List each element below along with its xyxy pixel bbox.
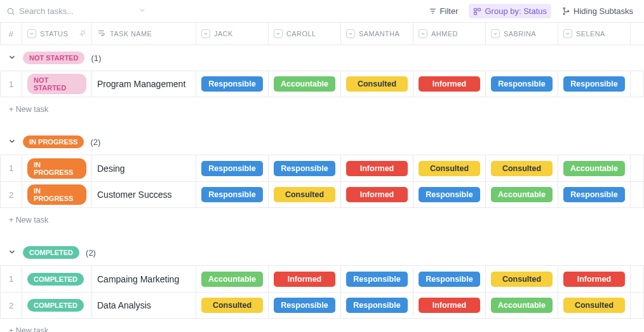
cell-raci[interactable]: Accountable [485,182,558,207]
cell-raci[interactable]: Accountable [558,155,630,181]
raci-pill: Consulted [491,161,553,176]
cell-raci[interactable]: Informed [413,293,485,318]
cell-raci[interactable]: Responsible [196,71,268,97]
group-header[interactable]: IN PROGRESS(2) [0,129,644,155]
group-toggle[interactable] [8,247,17,258]
new-task-button[interactable]: + New task [0,208,644,232]
raci-pill: Responsible [346,298,408,313]
raci-pill: Consulted [274,187,335,202]
col-header-person-label: SAMANTHA [359,30,399,38]
row-number: 2 [0,182,22,207]
cell-raci[interactable]: Accountable [268,71,340,97]
branch-icon [562,7,570,15]
raci-pill: Responsible [491,76,553,92]
table-row[interactable]: 1IN PROGRESSDesingResponsibleResponsible… [0,155,644,181]
col-header-person[interactable]: CAROLL [268,23,340,45]
svg-line-1 [13,13,15,15]
cell-raci[interactable]: Responsible [558,71,630,97]
cell-raci[interactable]: Responsible [413,266,485,292]
cell-task-name[interactable]: Customer Success [91,182,196,207]
cell-raci[interactable]: Informed [340,155,413,181]
cell-task-name[interactable]: Program Management [91,71,196,97]
cell-raci[interactable]: Informed [340,182,413,207]
raci-pill: Responsible [563,187,625,202]
cell-raci[interactable]: Consulted [485,266,558,292]
search-input[interactable] [19,6,114,16]
raci-pill: Accountable [201,272,263,287]
group-by-button[interactable]: Group by: Status [469,4,551,18]
raci-pill: Responsible [274,298,335,313]
group-count: (2) [90,137,100,147]
search-wrap [6,6,146,16]
table-row[interactable]: 2IN PROGRESSCustomer SuccessResponsibleC… [0,181,644,208]
raci-pill: Accountable [274,76,335,92]
chevron-down-icon [8,137,17,146]
cell-raci[interactable]: Responsible [268,293,340,318]
cell-raci[interactable]: Consulted [413,155,485,181]
table-row[interactable]: 1NOT STARTEDProgram ManagementResponsibl… [0,71,644,97]
cell-raci[interactable]: Accountable [196,266,268,292]
row-number: 1 [0,266,22,292]
cell-status[interactable]: COMPLETED [22,266,91,292]
cell-raci[interactable]: Responsible [485,71,558,97]
cell-raci[interactable]: Informed [558,266,630,292]
group-status-pill: NOT STARTED [23,52,84,64]
svg-point-8 [563,8,565,9]
cell-raci[interactable]: Responsible [196,182,268,207]
col-header-person[interactable]: SELENA [558,23,630,45]
raci-pill: Responsible [274,161,335,176]
col-header-person[interactable]: JACK [196,23,268,45]
cell-status[interactable]: NOT STARTED [22,71,91,97]
col-header-person[interactable]: AHMED [413,23,485,45]
cell-raci[interactable]: Consulted [485,155,558,181]
filter-label: Filter [440,6,459,16]
cell-status[interactable]: IN PROGRESS [22,182,91,207]
status-badge: IN PROGRESS [27,158,86,179]
raci-pill: Responsible [419,187,480,202]
group-header[interactable]: NOT STARTED(1) [0,45,644,71]
cell-raci[interactable]: Responsible [558,182,630,207]
raci-pill: Informed [346,187,408,202]
new-task-button[interactable]: + New task [0,319,644,332]
cell-raci[interactable]: Responsible [268,155,340,181]
cell-raci[interactable]: Accountable [485,293,558,318]
cell-raci[interactable]: Responsible [340,293,413,318]
cell-raci[interactable]: Informed [268,266,340,292]
cell-raci[interactable]: Responsible [413,182,485,207]
group-count: (1) [91,53,101,63]
cell-task-name[interactable]: Desing [91,155,196,181]
new-task-button[interactable]: + New task [0,97,644,121]
cell-raci[interactable]: Responsible [196,155,268,181]
raci-pill: Consulted [346,76,408,92]
status-badge: COMPLETED [27,273,84,286]
group-toggle[interactable] [8,53,17,64]
cell-raci[interactable]: Informed [413,71,485,97]
raci-pill: Accountable [491,298,553,313]
cell-status[interactable]: COMPLETED [22,293,91,318]
row-number: 2 [0,293,22,318]
col-header-status[interactable]: STATUS [22,23,91,45]
cell-raci[interactable]: Consulted [558,293,630,318]
table-row[interactable]: 1COMPLETEDCampaing MarketingAccountableI… [0,265,644,292]
cell-task-name[interactable]: Data Analysis [91,293,196,318]
cell-raci[interactable]: Responsible [340,266,413,292]
cell-task-name[interactable]: Campaing Marketing [91,266,196,292]
raci-pill: Consulted [419,161,480,176]
cell-raci[interactable]: Consulted [196,293,268,318]
filter-button[interactable]: Filter [424,4,463,18]
hiding-subtasks-button[interactable]: Hiding Subtasks [558,4,638,18]
group-by-label: Group by: Status [485,6,547,16]
table-row[interactable]: 2COMPLETEDData AnalysisConsultedResponsi… [0,292,644,319]
raci-pill: Responsible [201,187,263,202]
cell-raci[interactable]: Consulted [268,182,340,207]
cell-raci[interactable]: Consulted [340,71,413,97]
col-header-taskname[interactable]: TASK NAME [91,23,196,45]
cell-status[interactable]: IN PROGRESS [22,155,91,181]
col-header-end [630,23,644,45]
group-header[interactable]: COMPLETED(2) [0,240,644,265]
search-dropdown-toggle[interactable] [138,6,146,16]
col-header-person[interactable]: SABRINA [485,23,558,45]
col-header-person[interactable]: SAMANTHA [340,23,413,45]
group-toggle[interactable] [8,137,17,148]
pin-icon[interactable] [79,29,86,38]
